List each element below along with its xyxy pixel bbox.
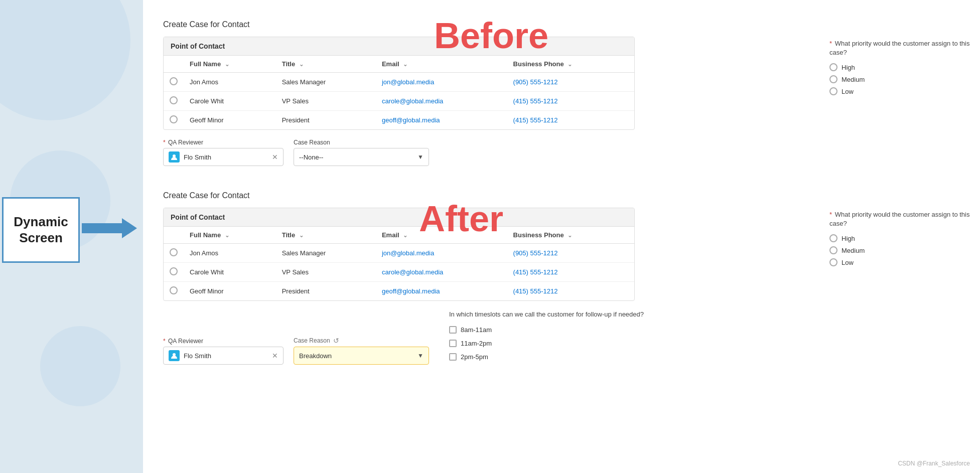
before-radio-high[interactable]	[829, 63, 837, 71]
footer-credit: CSDN @Frank_Salesforce	[898, 460, 970, 467]
row-email[interactable]: jon@global.media	[376, 73, 507, 92]
before-col-fullname[interactable]: Full Name ⌄	[184, 56, 276, 73]
after-radio-low[interactable]	[829, 258, 837, 266]
checkbox-8am[interactable]	[449, 326, 457, 334]
row-title: Sales Manager	[276, 244, 376, 263]
table-row[interactable]: Geoff Minor President geoff@global.media…	[164, 282, 634, 301]
before-qa-clear-icon[interactable]: ✕	[272, 153, 278, 161]
after-priority-medium[interactable]: Medium	[829, 246, 970, 254]
after-qa-value: Flo Smith	[184, 352, 268, 360]
svg-marker-0	[82, 218, 137, 238]
after-priority-low[interactable]: Low	[829, 258, 970, 266]
row-radio[interactable]	[170, 77, 178, 85]
after-qa-user-icon	[169, 350, 180, 361]
before-col-email[interactable]: Email ⌄	[376, 56, 507, 73]
before-radio-low[interactable]	[829, 87, 837, 95]
row-title: President	[276, 282, 376, 301]
before-case-reason-chevron: ▼	[417, 153, 424, 161]
before-priority-question: * What priority would the customer assig…	[829, 39, 970, 57]
before-case-reason-select[interactable]: --None-- ▼	[294, 148, 429, 166]
row-title: VP Sales	[276, 92, 376, 111]
row-phone: (415) 555-1212	[507, 263, 634, 282]
sort-phone-icon2: ⌄	[568, 232, 572, 239]
row-title: President	[276, 111, 376, 130]
row-phone: (905) 555-1212	[507, 244, 634, 263]
after-case-reason-value: Breakdown	[299, 352, 417, 360]
after-section-title: Create Case for Contact	[163, 191, 970, 200]
row-radio[interactable]	[170, 115, 178, 123]
before-col-title[interactable]: Title ⌄	[276, 56, 376, 73]
before-fields-row: * QA Reviewer Flo Smith ✕	[163, 139, 809, 166]
table-row[interactable]: Carole Whit VP Sales carole@global.media…	[164, 92, 634, 111]
before-qa-label: * QA Reviewer	[163, 139, 284, 146]
before-section: Create Case for Contact Point of Contact…	[153, 10, 980, 181]
table-row[interactable]: Carole Whit VP Sales carole@global.media…	[164, 263, 634, 282]
before-qa-input[interactable]: Flo Smith ✕	[163, 148, 284, 166]
row-name: Carole Whit	[184, 92, 276, 111]
after-case-reason-chevron: ▼	[417, 352, 424, 359]
row-email[interactable]: geoff@global.media	[376, 282, 507, 301]
row-phone: (415) 555-1212	[507, 282, 634, 301]
arrow-icon	[82, 216, 137, 243]
row-radio[interactable]	[170, 96, 178, 104]
checkbox-11am[interactable]	[449, 340, 457, 347]
after-case-reason-select[interactable]: Breakdown ▼	[294, 347, 429, 365]
before-col-phone[interactable]: Business Phone ⌄	[507, 56, 634, 73]
main-content: Before Create Case for Contact Point of …	[143, 0, 980, 473]
row-phone: (905) 555-1212	[507, 73, 634, 92]
row-name: Geoff Minor	[184, 282, 276, 301]
after-qa-input[interactable]: Flo Smith ✕	[163, 347, 284, 365]
after-timeslot-11am[interactable]: 11am-2pm	[449, 340, 644, 347]
after-col-fullname[interactable]: Full Name ⌄	[184, 227, 276, 244]
before-priority-high[interactable]: High	[829, 63, 970, 71]
sort-title-icon: ⌄	[299, 61, 304, 68]
before-col-radio	[164, 56, 184, 73]
row-phone: (415) 555-1212	[507, 111, 634, 130]
row-email[interactable]: geoff@global.media	[376, 111, 507, 130]
table-row[interactable]: Geoff Minor President geoff@global.media…	[164, 111, 634, 130]
after-timeslots-group: In which timeslots can we call the custo…	[449, 310, 644, 365]
after-priority-question: * What priority would the customer assig…	[829, 210, 970, 228]
before-priority-low[interactable]: Low	[829, 87, 970, 95]
row-radio[interactable]	[170, 286, 178, 294]
row-email[interactable]: jon@global.media	[376, 244, 507, 263]
after-qa-label: * QA Reviewer	[163, 338, 284, 345]
row-radio[interactable]	[170, 248, 178, 256]
before-qa-reviewer-group: * QA Reviewer Flo Smith ✕	[163, 139, 284, 166]
after-timeslots-question: In which timeslots can we call the custo…	[449, 310, 644, 319]
before-qa-user-icon	[169, 151, 180, 163]
row-phone: (415) 555-1212	[507, 92, 634, 111]
after-poc-table: Point of Contact Full Name ⌄ Title ⌄ Ema…	[163, 208, 635, 301]
table-row[interactable]: Jon Amos Sales Manager jon@global.media …	[164, 73, 634, 92]
row-name: Jon Amos	[184, 73, 276, 92]
row-email[interactable]: carole@global.media	[376, 92, 507, 111]
after-radio-high[interactable]	[829, 234, 837, 242]
row-name: Geoff Minor	[184, 111, 276, 130]
before-qa-value: Flo Smith	[184, 153, 268, 161]
after-timeslot-8am[interactable]: 8am-11am	[449, 326, 644, 334]
sort-fullname-icon2: ⌄	[225, 232, 229, 239]
after-col-radio	[164, 227, 184, 244]
dynamic-screen-label: Dynamic Screen	[2, 197, 80, 263]
after-table-area: Point of Contact Full Name ⌄ Title ⌄ Ema…	[163, 208, 809, 365]
after-priority-high[interactable]: High	[829, 234, 970, 242]
table-row[interactable]: Jon Amos Sales Manager jon@global.media …	[164, 244, 634, 263]
before-priority-medium[interactable]: Medium	[829, 75, 970, 83]
after-col-title[interactable]: Title ⌄	[276, 227, 376, 244]
undo-icon[interactable]: ↺	[333, 337, 339, 345]
row-email[interactable]: carole@global.media	[376, 263, 507, 282]
after-case-reason-label: Case Reason ↺	[294, 337, 429, 345]
checkbox-2pm[interactable]	[449, 353, 457, 361]
row-title: VP Sales	[276, 263, 376, 282]
after-poc-header: Point of Contact	[164, 208, 634, 227]
after-radio-medium[interactable]	[829, 246, 837, 254]
after-timeslot-2pm[interactable]: 2pm-5pm	[449, 353, 644, 361]
after-case-reason-group: Case Reason ↺ Breakdown ▼	[294, 337, 429, 365]
after-right-panel: * What priority would the customer assig…	[829, 208, 970, 365]
row-title: Sales Manager	[276, 73, 376, 92]
row-radio[interactable]	[170, 267, 178, 275]
after-col-phone[interactable]: Business Phone ⌄	[507, 227, 634, 244]
after-col-email[interactable]: Email ⌄	[376, 227, 507, 244]
after-qa-clear-icon[interactable]: ✕	[272, 352, 278, 360]
before-radio-medium[interactable]	[829, 75, 837, 83]
